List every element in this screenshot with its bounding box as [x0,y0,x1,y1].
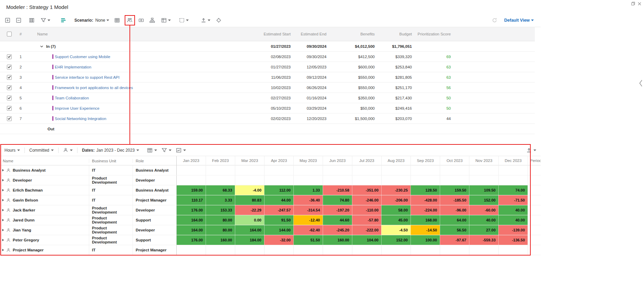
col-header-month[interactable]: Mar 2023 [235,156,264,165]
resource-name[interactable]: Jared Dunn [0,215,89,225]
row-checkbox[interactable] [7,106,12,111]
expand-icon[interactable] [2,199,4,202]
group-label[interactable]: In (7) [26,44,254,48]
allocation-cell[interactable]: 40.00 [498,205,528,215]
allocation-cell[interactable]: 110.17 [176,195,206,205]
allocation-cell[interactable]: -559.33 [469,235,498,245]
allocation-cell[interactable]: 168.00 [411,215,440,225]
portfolio-row[interactable]: 6Improve User Experience05/10/202303/29/… [0,103,535,113]
allocation-cell[interactable]: 164.00 [176,215,206,225]
allocation-cell[interactable]: 153.33 [206,205,235,215]
allocation-cell[interactable]: 3.33 [206,195,235,205]
allocation-cell[interactable] [293,245,323,255]
prioritization-button[interactable] [61,18,66,23]
allocation-cell[interactable] [323,175,352,185]
portfolio-row[interactable]: 1Support Customer using Mobile02/08/2023… [0,52,535,62]
close-icon[interactable] [638,2,641,6]
col-header-month[interactable]: Sep 2023 [411,156,440,165]
allocation-cell[interactable] [411,245,440,255]
allocation-cell[interactable] [235,175,264,185]
select-all-checkbox[interactable] [7,32,12,36]
allocation-cell[interactable]: -224.00 [411,205,440,215]
col-header-benefits[interactable]: Benefits [328,32,376,36]
col-header-month[interactable]: Dec 2023 [498,156,528,165]
allocation-cell[interactable] [264,175,293,185]
allocation-cell[interactable]: 45.00 [381,215,411,225]
grid-options-button[interactable] [161,18,171,23]
allocation-cell[interactable]: 56.50 [440,225,469,235]
allocation-cell[interactable]: 112.00 [264,185,293,195]
col-header-business-unit[interactable]: Business Unit [89,159,133,163]
allocation-cell[interactable]: 80.00 [206,215,235,225]
remove-button[interactable] [16,18,21,23]
allocation-cell[interactable]: -247.57 [264,205,293,215]
resource-name[interactable]: Peter Gregory [0,235,89,245]
project-name[interactable]: Improve User Experience [26,106,254,110]
portfolio-row[interactable]: 5Team Collaboration02/27/202301/16/2024$… [0,93,535,103]
resource-name[interactable]: Project Manager [0,245,89,255]
allocation-cell[interactable] [206,165,235,175]
allocation-cell[interactable]: -4.50 [381,225,411,235]
refresh-button[interactable] [492,18,497,23]
filter-button[interactable] [41,18,50,23]
expand-icon[interactable] [2,209,4,211]
allocation-cell[interactable]: 1.33 [293,185,323,195]
target-button[interactable] [216,18,221,23]
grid-view-dropdown[interactable] [147,148,157,153]
allocation-cell[interactable] [293,165,323,175]
allocation-cell[interactable]: -32.00 [264,235,293,245]
project-name[interactable]: EHR Implementation [26,65,254,69]
collapse-panel-button[interactable] [639,79,643,88]
expand-icon[interactable] [2,169,4,172]
allocation-cell[interactable]: 58.00 [381,205,411,215]
project-name[interactable]: Framework to port applications to all de… [26,85,254,90]
allocation-cell[interactable]: -246.00 [352,195,381,205]
resource-row[interactable]: Erlich BachmanITBusiness Analyst159.0068… [0,185,541,195]
portfolio-group-row[interactable]: In (7)01/27/202309/30/2024$4,012,500$1,7… [0,41,535,52]
resource-row[interactable]: Project ManagerITProject Manager [0,245,541,255]
allocation-cell[interactable] [264,165,293,175]
allocation-cell[interactable]: -210.58 [323,185,352,195]
col-header-period-total[interactable]: Period Total [528,156,541,165]
expand-icon[interactable] [2,239,4,241]
col-header-month[interactable]: Oct 2023 [440,156,469,165]
allocation-cell[interactable] [176,175,206,185]
resource-row[interactable]: Jian YangProduct DevelopmentDeveloper164… [0,225,541,235]
costs-button[interactable] [138,18,144,23]
allocation-cell[interactable] [381,245,411,255]
allocation-cell[interactable]: 104.00 [352,235,381,245]
col-header-month[interactable]: Feb 2023 [206,156,235,165]
allocation-cell[interactable]: 152.00 [381,235,411,245]
resource-row[interactable]: Peter GregoryProduct DevelopmentSupport1… [0,235,541,245]
allocation-cell[interactable]: -428.00 [411,195,440,205]
expand-icon[interactable] [2,219,4,221]
allocation-cell[interactable]: -136.50 [498,235,528,245]
allocation-cell[interactable]: 160.00 [323,235,352,245]
col-header-est-end[interactable]: Estimated End [292,32,328,36]
resource-row[interactable]: Business AnalystITBusiness Analyst [0,165,541,175]
portfolio-row[interactable]: 4Framework to port applications to all d… [0,83,535,93]
allocation-cell[interactable] [469,245,498,255]
allocation-cell[interactable]: -22.29 [235,205,264,215]
allocation-cell[interactable]: -197.20 [323,205,352,215]
col-header-score[interactable]: Prioritization Score [413,32,452,36]
col-header-month[interactable]: Apr 2023 [264,156,293,165]
export-button[interactable] [201,18,210,23]
col-header-num[interactable]: # [15,32,26,36]
allocation-cell[interactable] [206,175,235,185]
allocation-cell[interactable] [469,175,498,185]
project-name[interactable]: Support Customer using Mobile [26,54,254,59]
allocation-cell[interactable]: -36.40 [293,195,323,205]
allocation-cell[interactable]: 40.00 [469,215,498,225]
allocation-cell[interactable]: -314.54 [293,205,323,215]
resource-name[interactable]: Business Analyst [0,165,89,175]
expand-icon[interactable] [2,249,4,251]
allocation-cell[interactable]: 159.00 [176,185,206,195]
portfolio-row[interactable]: 3Service interface to support Rest API11… [0,72,535,83]
allocation-cell[interactable]: 176.00 [176,235,206,245]
group-label[interactable]: Out [26,127,254,131]
allocation-cell[interactable]: 27.00 [469,225,498,235]
resource-row[interactable]: Gavin BelsonITProject Manager110.173.338… [0,195,541,205]
resource-export-button[interactable] [526,148,536,153]
allocation-cell[interactable]: 144.00 [264,225,293,235]
